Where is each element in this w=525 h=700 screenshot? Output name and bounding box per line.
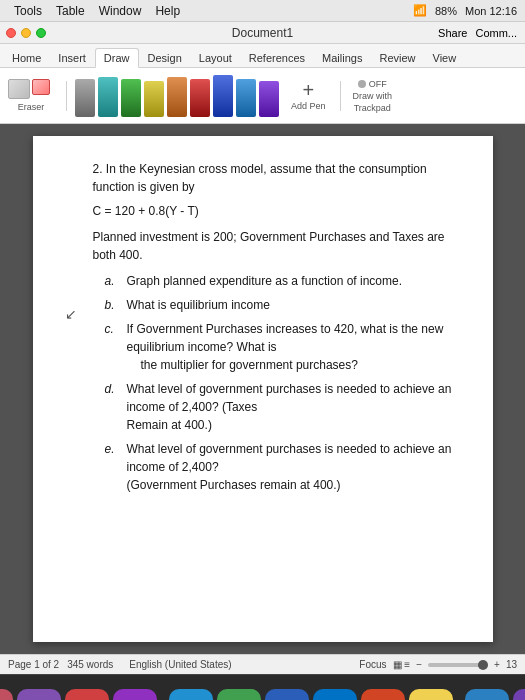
tab-insert[interactable]: Insert <box>50 49 94 67</box>
dock-podcast[interactable]: 🎙 <box>113 689 157 701</box>
arrow-marker: ↙ <box>65 304 77 325</box>
dock-notes[interactable]: N <box>409 689 453 701</box>
dock: 🔵 🚀 🔮 ♪ 🎙 🧭 🗺 W O P N 📁 🎮 🗑 <box>0 674 525 700</box>
pen-red[interactable] <box>190 79 210 117</box>
equation-text: C = 120 + 0.8(Y - T) <box>93 202 461 220</box>
dock-outlook[interactable]: O <box>313 689 357 701</box>
sub-content-c-1: If Government Purchases increases to 420… <box>127 322 444 354</box>
divider-1 <box>66 81 67 111</box>
word-count: 345 words <box>67 659 113 670</box>
plus-zoom[interactable]: + <box>494 659 500 670</box>
question-text: 2. In the Keynesian cross model, assume … <box>93 160 461 196</box>
tab-review[interactable]: Review <box>371 49 423 67</box>
divider-2 <box>340 81 341 111</box>
pen-blue-dark[interactable] <box>213 75 233 117</box>
pen-orange[interactable] <box>167 77 187 117</box>
minimize-button[interactable] <box>21 28 31 38</box>
sub-label-a: a. <box>105 272 119 290</box>
eraser-group: Eraser <box>8 79 54 112</box>
sub-question-e: e. What level of government purchases is… <box>93 440 461 494</box>
sub-content-e-1: What level of government purchases is ne… <box>127 442 452 474</box>
dock-music[interactable]: ♪ <box>65 689 109 701</box>
draw-trackpad-label1: Draw with <box>353 91 393 101</box>
menu-bar-right: 📶 88% Mon 12:16 <box>413 4 517 17</box>
document-page: ↙ 2. In the Keynesian cross model, assum… <box>33 136 493 642</box>
dock-files[interactable]: 📁 <box>465 689 509 701</box>
draw-trackpad-button[interactable]: OFF Draw with Trackpad <box>349 77 397 115</box>
tab-layout[interactable]: Layout <box>191 49 240 67</box>
pen-teal[interactable] <box>98 77 118 117</box>
zoom-slider[interactable] <box>428 663 488 667</box>
dock-safari[interactable]: 🧭 <box>169 689 213 701</box>
pen-yellow[interactable] <box>144 81 164 117</box>
add-pen-label: Add Pen <box>291 101 326 111</box>
document-area: ↙ 2. In the Keynesian cross model, assum… <box>0 124 525 654</box>
dock-maps[interactable]: 🗺 <box>217 689 261 701</box>
page-info: Page 1 of 2 <box>8 659 59 670</box>
add-pen-button[interactable]: + Add Pen <box>285 78 332 113</box>
comments-button[interactable]: Comm... <box>475 27 517 39</box>
pen-green[interactable] <box>121 79 141 117</box>
menu-table[interactable]: Table <box>50 3 91 19</box>
sub-label-e: e. <box>105 440 119 494</box>
tab-design[interactable]: Design <box>140 49 190 67</box>
sub-label-d: d. <box>105 380 119 434</box>
sub-label-b: b. <box>105 296 119 314</box>
fullscreen-button[interactable] <box>36 28 46 38</box>
dock-word[interactable]: W <box>265 689 309 701</box>
select-tool[interactable] <box>8 79 30 99</box>
status-right: Focus ▦ ≡ − + 13 <box>359 659 517 670</box>
share-button[interactable]: Share <box>438 27 467 39</box>
sub-label-c: c. <box>105 320 119 374</box>
planned-investment-text: Planned investment is 200; Government Pu… <box>93 228 461 264</box>
zoom-thumb <box>478 660 488 670</box>
sub-content-a: Graph planned expenditure as a function … <box>127 272 461 290</box>
trackpad-off-row: OFF <box>358 79 387 89</box>
dock-launchpad[interactable]: 🚀 <box>0 689 13 701</box>
close-button[interactable] <box>6 28 16 38</box>
eraser-label: Eraser <box>18 102 45 112</box>
sub-question-b: b. What is equilibrium income <box>93 296 461 314</box>
focus-button[interactable]: Focus <box>359 659 386 670</box>
tab-draw[interactable]: Draw <box>95 48 139 68</box>
menu-window[interactable]: Window <box>93 3 148 19</box>
draw-trackpad-label2: Trackpad <box>354 103 391 113</box>
sub-question-a: a. Graph planned expenditure as a functi… <box>93 272 461 290</box>
traffic-lights <box>6 28 46 38</box>
dock-siri[interactable]: 🔮 <box>17 689 61 701</box>
title-bar-actions: Share Comm... <box>438 27 517 39</box>
menu-bar: Tools Table Window Help 📶 88% Mon 12:16 <box>0 0 525 22</box>
sub-question-d: d. What level of government purchases is… <box>93 380 461 434</box>
sub-content-b: What is equilibrium income <box>127 296 461 314</box>
trackpad-off-label: OFF <box>369 79 387 89</box>
zoom-level: 13 <box>506 659 517 670</box>
trackpad-off-dot <box>358 80 366 88</box>
sub-content-d-2: Remain at 400.) <box>127 418 212 432</box>
dock-powerpoint[interactable]: P <box>361 689 405 701</box>
ribbon-tabs: Home Insert Draw Design Layout Reference… <box>0 44 525 68</box>
add-pen-plus-icon: + <box>302 80 314 100</box>
sub-content-d-1: What level of government purchases is ne… <box>127 382 452 414</box>
minus-zoom[interactable]: − <box>416 659 422 670</box>
eraser-icon <box>32 79 54 99</box>
pen-purple[interactable] <box>259 81 279 117</box>
pen-gray[interactable] <box>75 79 95 117</box>
clock: Mon 12:16 <box>465 5 517 17</box>
battery-status: 88% <box>435 5 457 17</box>
draw-toolbar: Eraser + Add Pen OFF Draw with Trackpad <box>0 68 525 124</box>
pen-blue-light[interactable] <box>236 79 256 117</box>
language-selector[interactable]: English (United States) <box>129 659 231 670</box>
tab-mailings[interactable]: Mailings <box>314 49 370 67</box>
document-title: Document1 <box>232 26 293 40</box>
view-icons: ▦ ≡ <box>393 659 411 670</box>
status-bar: Page 1 of 2 345 words English (United St… <box>0 654 525 674</box>
sub-content-e-2: (Government Purchases remain at 400.) <box>127 478 341 492</box>
tab-home[interactable]: Home <box>4 49 49 67</box>
sub-content-c-2: the multiplier for government purchases? <box>127 358 358 372</box>
tab-references[interactable]: References <box>241 49 313 67</box>
menu-help[interactable]: Help <box>149 3 186 19</box>
wifi-icon: 📶 <box>413 4 427 17</box>
dock-game[interactable]: 🎮 <box>513 689 526 701</box>
tab-view[interactable]: View <box>425 49 465 67</box>
menu-tools[interactable]: Tools <box>8 3 48 19</box>
